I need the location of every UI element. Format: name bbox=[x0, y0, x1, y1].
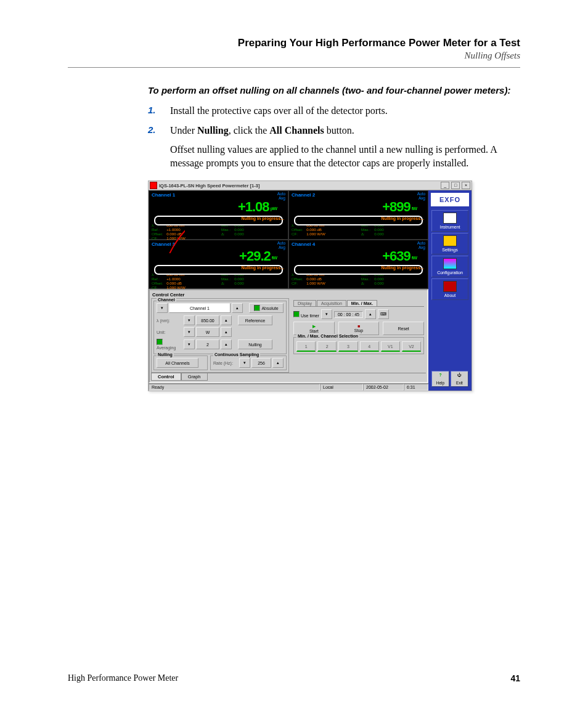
avg-up-button[interactable]: ▴ bbox=[221, 339, 232, 349]
channel-prev-button[interactable]: ▾ bbox=[157, 303, 168, 313]
right-tabs: Display Acquisition Min. / Max. bbox=[293, 300, 424, 307]
step-number: 2. bbox=[148, 124, 156, 136]
channel-4-panel: Channel 4AutoAvg +639fW Nulling in progr… bbox=[288, 240, 428, 289]
close-button[interactable]: × bbox=[462, 182, 470, 189]
app-screenshot: IQS-1643-PL-SN High Speed Powermeter [1-… bbox=[148, 181, 472, 391]
rate-label: Rate (Hz): bbox=[213, 361, 238, 365]
rate-down-button[interactable]: ▾ bbox=[239, 358, 250, 368]
page-header-title: Preparing Your High Performance Power Me… bbox=[68, 37, 520, 49]
timer-keypad-button[interactable]: ⌨ bbox=[378, 309, 389, 319]
timer-value[interactable]: 00 : 00 : 45 bbox=[334, 311, 363, 318]
lambda-down-button[interactable]: ▾ bbox=[184, 315, 195, 325]
minimize-button[interactable]: _ bbox=[441, 182, 449, 189]
sidebar: EXFO Instrument Settings Configuration A… bbox=[428, 190, 472, 391]
status-date: 2002-05-02 bbox=[363, 384, 404, 391]
channel-select[interactable]: Channel 1 bbox=[169, 303, 231, 313]
maximize-button[interactable]: □ bbox=[451, 182, 460, 189]
unit-label: Unit: bbox=[157, 330, 182, 335]
channel-2-panel: Channel 2AutoAvg +899fW Nulling in progr… bbox=[288, 190, 428, 240]
nulling-progress-label: Nulling in progress... bbox=[241, 216, 284, 221]
footer-book-title: High Performance Power Meter bbox=[68, 673, 178, 683]
control-center: Control Center Channel ▾ Channel 1 ▴ bbox=[149, 289, 428, 383]
status-ready: Ready bbox=[149, 384, 320, 391]
sidebar-about[interactable]: About bbox=[431, 278, 468, 300]
instrument-icon bbox=[443, 213, 457, 224]
sidebar-instrument[interactable]: Instrument bbox=[431, 210, 468, 232]
tab-min-max[interactable]: Min. / Max. bbox=[347, 300, 377, 306]
sidebar-exit[interactable]: ⏻Exit bbox=[451, 371, 468, 387]
channel-reading: +1.08pW bbox=[149, 199, 288, 215]
footer-page-number: 41 bbox=[510, 673, 520, 683]
page-header-subtitle: Nulling Offsets bbox=[68, 51, 520, 61]
channel-next-button[interactable]: ▴ bbox=[232, 303, 243, 313]
sel-ch-2[interactable]: 2 bbox=[317, 341, 337, 352]
step-number: 1. bbox=[148, 104, 156, 116]
tab-display[interactable]: Display bbox=[293, 300, 316, 306]
lambda-value[interactable]: 850.00 bbox=[196, 315, 219, 325]
reset-button[interactable]: Reset bbox=[383, 322, 424, 335]
stop-button[interactable]: ■Stop bbox=[338, 322, 380, 335]
unit-down-button[interactable]: ▾ bbox=[184, 327, 195, 337]
lambda-up-button[interactable]: ▴ bbox=[221, 315, 232, 325]
avg-value[interactable]: 2 bbox=[196, 339, 219, 349]
timer-indicator-icon bbox=[293, 311, 300, 317]
explanatory-paragraph: Offset nulling values are applied to the… bbox=[170, 143, 520, 169]
channel-reading: +639fW bbox=[289, 248, 428, 264]
status-bar: Ready Local 2002-05-02 6:31 bbox=[149, 383, 428, 391]
channel-params: λ:850.00 nmMin.:0.000 Offset:0.000 dBMax… bbox=[289, 273, 428, 285]
channel-params: λ:850.00 nmMin.:0.000 Ref.:+1.0000Max.:0… bbox=[149, 224, 288, 240]
control-center-title: Control Center bbox=[151, 291, 426, 298]
sidebar-configuration[interactable]: Configuration bbox=[431, 256, 468, 277]
channel-group-label: Channel bbox=[157, 298, 176, 302]
use-timer-toggle[interactable]: Use timer bbox=[293, 311, 319, 318]
reference-button[interactable]: Reference bbox=[238, 315, 272, 325]
window-title: IQS-1643-PL-SN High Speed Powermeter [1-… bbox=[159, 183, 440, 189]
tab-control[interactable]: Control bbox=[151, 373, 181, 381]
absolute-button[interactable]: Absolute bbox=[249, 303, 284, 313]
step-1: 1. Install the protective caps over all … bbox=[148, 104, 520, 118]
tab-graph[interactable]: Graph bbox=[181, 373, 208, 381]
nulling-button[interactable]: Nulling bbox=[238, 339, 272, 349]
nulling-progress-label: Nulling in progress... bbox=[241, 266, 284, 270]
power-icon: ⏻ bbox=[455, 373, 464, 380]
channel-reading: +899fW bbox=[289, 199, 428, 215]
unit-value[interactable]: W bbox=[196, 327, 219, 337]
configuration-icon bbox=[443, 258, 457, 269]
absolute-indicator-icon bbox=[254, 305, 260, 311]
step-1-text: Install the protective caps over all of … bbox=[170, 105, 388, 116]
stop-icon: ■ bbox=[357, 324, 360, 328]
continuous-sampling-group-label: Continuous Sampling bbox=[213, 352, 260, 357]
procedure-title: To perform an offset nulling on all chan… bbox=[148, 85, 520, 95]
start-button[interactable]: ▶Start bbox=[293, 322, 335, 335]
help-icon: ? bbox=[436, 373, 445, 380]
channel-1-panel: Channel 1AutoAvg +1.08pW Nulling in prog… bbox=[149, 190, 288, 240]
sidebar-help[interactable]: ?Help bbox=[431, 371, 449, 387]
sel-ch-v2[interactable]: V2 bbox=[402, 341, 421, 352]
timer-down-button[interactable]: ▾ bbox=[321, 309, 332, 319]
tab-acquisition[interactable]: Acquisition bbox=[317, 300, 346, 306]
all-channels-button[interactable]: All Channels bbox=[157, 358, 198, 368]
window-titlebar[interactable]: IQS-1643-PL-SN High Speed Powermeter [1-… bbox=[149, 181, 472, 190]
channel-params: λ:850.00 nmMin.:0.000 Ref.:+1.0000Max.:0… bbox=[149, 273, 288, 290]
step-2: 2. Under Nulling, click the All Channels… bbox=[148, 124, 520, 137]
sel-ch-3[interactable]: 3 bbox=[338, 341, 357, 352]
channel-grid: Channel 1AutoAvg +1.08pW Nulling in prog… bbox=[149, 190, 428, 289]
sel-ch-4[interactable]: 4 bbox=[360, 341, 379, 352]
exfo-logo: EXFO bbox=[431, 193, 469, 206]
nulling-progress-label: Nulling in progress... bbox=[381, 266, 424, 270]
rate-value[interactable]: 256 bbox=[251, 358, 271, 368]
channel-params: λ:850.00 nmMin.:0.000 Offset:0.000 dBMax… bbox=[289, 224, 428, 236]
avg-down-button[interactable]: ▾ bbox=[184, 339, 195, 349]
lambda-label: λ (nm): bbox=[157, 318, 182, 323]
app-icon bbox=[150, 182, 157, 189]
sidebar-settings[interactable]: Settings bbox=[431, 233, 468, 254]
unit-up-button[interactable]: ▴ bbox=[221, 327, 232, 337]
sel-ch-1[interactable]: 1 bbox=[296, 341, 316, 352]
rate-up-button[interactable]: ▴ bbox=[272, 358, 284, 368]
channel-reading: +29.2fW bbox=[149, 248, 288, 264]
timer-up-button[interactable]: ▴ bbox=[365, 309, 376, 319]
averaging-indicator-icon bbox=[157, 339, 163, 345]
sel-ch-v1[interactable]: V1 bbox=[381, 341, 400, 352]
averaging-label: Averaging bbox=[157, 339, 182, 350]
channel-selection-label: Min. / Max. Channel Selection bbox=[296, 334, 359, 338]
